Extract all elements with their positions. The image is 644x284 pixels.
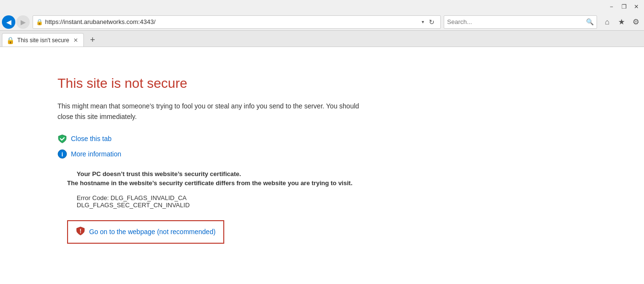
toolbar-icons: ⌂ ★ ⚙ (601, 16, 642, 28)
svg-text:i: i (61, 151, 63, 158)
home-button[interactable]: ⌂ (601, 16, 613, 28)
page-content: This site is not secure This might mean … (0, 47, 431, 272)
address-bar: 🔒 ▾ ↻ (33, 15, 441, 29)
close-tab-link[interactable]: Close this tab (58, 134, 374, 143)
forward-button[interactable]: ▶ (16, 15, 30, 29)
address-secure-icon: 🔒 (36, 19, 43, 25)
title-bar: − ❐ ✕ (0, 0, 644, 13)
close-tab-shield-icon (58, 134, 67, 143)
address-dropdown-icon[interactable]: ▾ (422, 19, 424, 24)
detail-line1: Your PC doesn’t trust this website’s sec… (77, 170, 374, 178)
search-icon[interactable]: 🔍 (586, 18, 594, 25)
error-code-2: DLG_FLAGS_SEC_CERT_CN_INVALID (77, 201, 374, 209)
tab-favicon-icon: 🔒 (6, 36, 14, 44)
more-info-label: More information (71, 150, 121, 158)
minimize-button[interactable]: − (606, 1, 617, 12)
proceed-link[interactable]: Go on to the webpage (not recommended) (89, 228, 216, 236)
refresh-button[interactable]: ↻ (426, 16, 437, 28)
favorites-button[interactable]: ★ (615, 16, 628, 28)
active-tab[interactable]: 🔒 This site isn't secure ✕ (2, 33, 84, 47)
new-tab-button[interactable]: + (86, 33, 99, 47)
settings-button[interactable]: ⚙ (630, 16, 642, 28)
error-code-1: Error Code: DLG_FLAGS_INVALID_CA (77, 194, 374, 201)
nav-bar: ◀ ▶ 🔒 ▾ ↻ 🔍 ⌂ ★ ⚙ (0, 13, 644, 31)
close-button[interactable]: ✕ (631, 1, 642, 12)
proceed-danger-icon: ! (76, 226, 85, 238)
detail-line2: The hostname in the website’s security c… (67, 179, 374, 187)
proceed-box: ! Go on to the webpage (not recommended) (67, 220, 224, 244)
more-info-link[interactable]: i More information (58, 149, 374, 159)
close-tab-label: Close this tab (71, 135, 112, 142)
error-description: This might mean that someone’s trying to… (58, 101, 374, 122)
search-bar: 🔍 (444, 15, 597, 29)
back-button[interactable]: ◀ (2, 15, 15, 29)
more-info-icon: i (58, 149, 67, 159)
restore-button[interactable]: ❐ (618, 1, 630, 12)
address-input[interactable] (45, 18, 420, 25)
search-input[interactable] (447, 18, 584, 25)
error-title: This site is not secure (58, 76, 374, 91)
tab-bar: 🔒 This site isn't secure ✕ + (0, 31, 644, 47)
tab-close-button[interactable]: ✕ (72, 36, 80, 44)
svg-text:!: ! (80, 228, 81, 235)
error-codes: Error Code: DLG_FLAGS_INVALID_CA DLG_FLA… (67, 194, 374, 209)
details-box: Your PC doesn’t trust this website’s sec… (58, 170, 374, 244)
tab-title: This site isn't secure (17, 37, 69, 44)
